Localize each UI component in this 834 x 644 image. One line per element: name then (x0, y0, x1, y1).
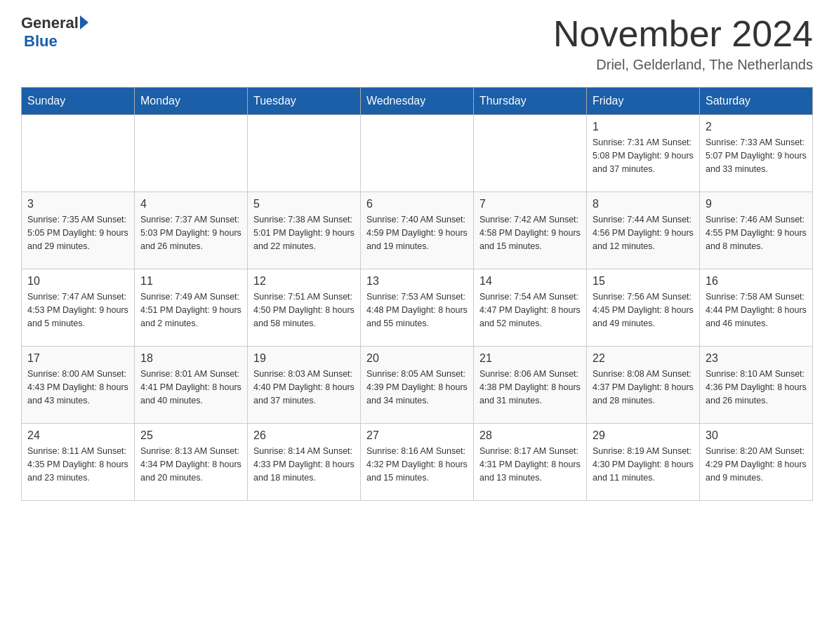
day-number: 7 (479, 198, 581, 210)
day-info: Sunrise: 8:13 AM Sunset: 4:34 PM Dayligh… (140, 445, 241, 484)
calendar-cell: 1Sunrise: 7:31 AM Sunset: 5:08 PM Daylig… (587, 115, 700, 192)
day-info: Sunrise: 7:58 AM Sunset: 4:44 PM Dayligh… (706, 290, 807, 330)
day-info: Sunrise: 7:42 AM Sunset: 4:58 PM Dayligh… (479, 213, 581, 253)
day-info: Sunrise: 7:53 AM Sunset: 4:48 PM Dayligh… (366, 290, 468, 330)
calendar-cell: 14Sunrise: 7:54 AM Sunset: 4:47 PM Dayli… (474, 269, 587, 347)
calendar-cell (474, 115, 587, 192)
calendar-week-row: 1Sunrise: 7:31 AM Sunset: 5:08 PM Daylig… (22, 115, 813, 192)
weekday-header-saturday: Saturday (700, 88, 813, 115)
weekday-header-monday: Monday (135, 88, 248, 115)
logo-general-text: General (21, 14, 79, 32)
day-number: 1 (593, 121, 694, 133)
calendar-cell: 5Sunrise: 7:38 AM Sunset: 5:01 PM Daylig… (248, 192, 361, 269)
day-info: Sunrise: 8:01 AM Sunset: 4:41 PM Dayligh… (140, 368, 241, 407)
day-number: 21 (479, 352, 581, 365)
day-number: 28 (479, 429, 581, 442)
calendar-cell: 28Sunrise: 8:17 AM Sunset: 4:31 PM Dayli… (474, 424, 587, 501)
day-number: 29 (593, 429, 694, 442)
calendar-cell: 25Sunrise: 8:13 AM Sunset: 4:34 PM Dayli… (135, 424, 248, 501)
calendar-cell: 18Sunrise: 8:01 AM Sunset: 4:41 PM Dayli… (135, 347, 248, 424)
day-info: Sunrise: 8:08 AM Sunset: 4:37 PM Dayligh… (593, 368, 694, 407)
weekday-header-row: SundayMondayTuesdayWednesdayThursdayFrid… (22, 88, 813, 115)
day-info: Sunrise: 8:20 AM Sunset: 4:29 PM Dayligh… (706, 445, 807, 484)
calendar-cell: 2Sunrise: 7:33 AM Sunset: 5:07 PM Daylig… (700, 115, 813, 192)
day-info: Sunrise: 7:38 AM Sunset: 5:01 PM Dayligh… (253, 213, 355, 253)
weekday-header-sunday: Sunday (22, 88, 135, 115)
day-number: 23 (706, 352, 807, 365)
calendar-cell: 21Sunrise: 8:06 AM Sunset: 4:38 PM Dayli… (474, 347, 587, 424)
calendar-cell: 20Sunrise: 8:05 AM Sunset: 4:39 PM Dayli… (361, 347, 474, 424)
day-number: 13 (366, 275, 468, 288)
calendar-cell (22, 115, 135, 192)
calendar-cell: 16Sunrise: 7:58 AM Sunset: 4:44 PM Dayli… (700, 269, 813, 347)
calendar-cell: 15Sunrise: 7:56 AM Sunset: 4:45 PM Dayli… (587, 269, 700, 347)
day-info: Sunrise: 7:47 AM Sunset: 4:53 PM Dayligh… (27, 290, 128, 330)
day-info: Sunrise: 7:49 AM Sunset: 4:51 PM Dayligh… (140, 290, 241, 330)
calendar-week-row: 17Sunrise: 8:00 AM Sunset: 4:43 PM Dayli… (22, 347, 813, 424)
day-number: 2 (706, 121, 807, 133)
day-info: Sunrise: 8:14 AM Sunset: 4:33 PM Dayligh… (253, 445, 355, 484)
day-info: Sunrise: 7:31 AM Sunset: 5:08 PM Dayligh… (593, 136, 694, 175)
day-number: 16 (706, 275, 807, 288)
logo: General Blue (21, 14, 88, 51)
calendar-week-row: 24Sunrise: 8:11 AM Sunset: 4:35 PM Dayli… (22, 424, 813, 501)
day-number: 6 (366, 198, 468, 210)
calendar-cell: 27Sunrise: 8:16 AM Sunset: 4:32 PM Dayli… (361, 424, 474, 501)
day-number: 3 (27, 198, 128, 210)
day-number: 8 (593, 198, 694, 210)
day-info: Sunrise: 7:46 AM Sunset: 4:55 PM Dayligh… (706, 213, 807, 253)
weekday-header-tuesday: Tuesday (248, 88, 361, 115)
day-info: Sunrise: 8:19 AM Sunset: 4:30 PM Dayligh… (593, 445, 694, 484)
day-number: 30 (706, 429, 807, 442)
calendar-week-row: 10Sunrise: 7:47 AM Sunset: 4:53 PM Dayli… (22, 269, 813, 347)
title-section: November 2024 Driel, Gelderland, The Net… (553, 14, 813, 73)
day-info: Sunrise: 7:35 AM Sunset: 5:05 PM Dayligh… (27, 213, 128, 253)
calendar-week-row: 3Sunrise: 7:35 AM Sunset: 5:05 PM Daylig… (22, 192, 813, 269)
day-number: 22 (593, 352, 694, 365)
day-number: 25 (140, 429, 241, 442)
calendar-cell: 13Sunrise: 7:53 AM Sunset: 4:48 PM Dayli… (361, 269, 474, 347)
calendar-cell: 10Sunrise: 7:47 AM Sunset: 4:53 PM Dayli… (22, 269, 135, 347)
page-header: General Blue November 2024 Driel, Gelder… (21, 14, 813, 73)
calendar-cell (135, 115, 248, 192)
day-number: 20 (366, 352, 468, 365)
calendar-cell: 22Sunrise: 8:08 AM Sunset: 4:37 PM Dayli… (587, 347, 700, 424)
day-number: 26 (253, 429, 355, 442)
day-number: 5 (253, 198, 355, 210)
day-info: Sunrise: 7:44 AM Sunset: 4:56 PM Dayligh… (593, 213, 694, 253)
day-info: Sunrise: 8:17 AM Sunset: 4:31 PM Dayligh… (479, 445, 581, 484)
day-info: Sunrise: 7:56 AM Sunset: 4:45 PM Dayligh… (593, 290, 694, 330)
day-info: Sunrise: 8:11 AM Sunset: 4:35 PM Dayligh… (27, 445, 128, 484)
calendar-cell: 8Sunrise: 7:44 AM Sunset: 4:56 PM Daylig… (587, 192, 700, 269)
calendar-cell: 29Sunrise: 8:19 AM Sunset: 4:30 PM Dayli… (587, 424, 700, 501)
day-info: Sunrise: 7:37 AM Sunset: 5:03 PM Dayligh… (140, 213, 241, 253)
month-title: November 2024 (553, 14, 813, 54)
calendar-cell: 24Sunrise: 8:11 AM Sunset: 4:35 PM Dayli… (22, 424, 135, 501)
calendar-cell: 23Sunrise: 8:10 AM Sunset: 4:36 PM Dayli… (700, 347, 813, 424)
day-number: 9 (706, 198, 807, 210)
calendar-cell (361, 115, 474, 192)
logo-blue-text: Blue (24, 32, 88, 51)
day-info: Sunrise: 8:00 AM Sunset: 4:43 PM Dayligh… (27, 368, 128, 407)
day-info: Sunrise: 8:06 AM Sunset: 4:38 PM Dayligh… (479, 368, 581, 407)
day-number: 14 (479, 275, 581, 288)
day-info: Sunrise: 7:54 AM Sunset: 4:47 PM Dayligh… (479, 290, 581, 330)
day-number: 15 (593, 275, 694, 288)
day-info: Sunrise: 8:05 AM Sunset: 4:39 PM Dayligh… (366, 368, 468, 407)
day-number: 11 (140, 275, 241, 288)
calendar-cell: 11Sunrise: 7:49 AM Sunset: 4:51 PM Dayli… (135, 269, 248, 347)
calendar-cell: 3Sunrise: 7:35 AM Sunset: 5:05 PM Daylig… (22, 192, 135, 269)
calendar-cell: 17Sunrise: 8:00 AM Sunset: 4:43 PM Dayli… (22, 347, 135, 424)
day-number: 18 (140, 352, 241, 365)
calendar-cell: 4Sunrise: 7:37 AM Sunset: 5:03 PM Daylig… (135, 192, 248, 269)
day-number: 10 (27, 275, 128, 288)
calendar-cell: 19Sunrise: 8:03 AM Sunset: 4:40 PM Dayli… (248, 347, 361, 424)
calendar-cell (248, 115, 361, 192)
logo-arrow-icon (80, 15, 88, 29)
weekday-header-thursday: Thursday (474, 88, 587, 115)
day-number: 24 (27, 429, 128, 442)
calendar-cell: 6Sunrise: 7:40 AM Sunset: 4:59 PM Daylig… (361, 192, 474, 269)
calendar-table: SundayMondayTuesdayWednesdayThursdayFrid… (21, 87, 813, 501)
calendar-cell: 7Sunrise: 7:42 AM Sunset: 4:58 PM Daylig… (474, 192, 587, 269)
day-number: 17 (27, 352, 128, 365)
